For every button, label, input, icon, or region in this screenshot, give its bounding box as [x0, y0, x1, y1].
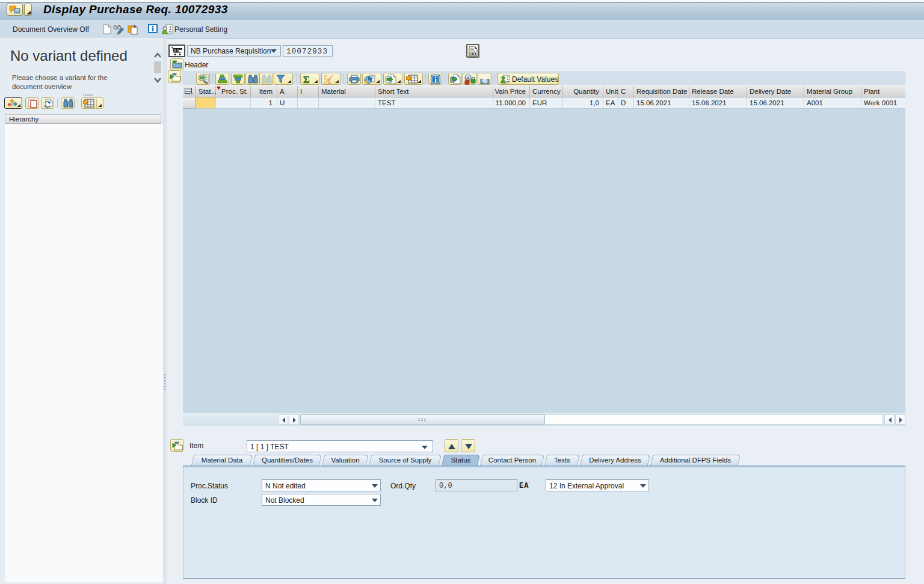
svg-text:Σ: Σ [327, 78, 331, 85]
svg-text:Σ: Σ [303, 75, 309, 84]
